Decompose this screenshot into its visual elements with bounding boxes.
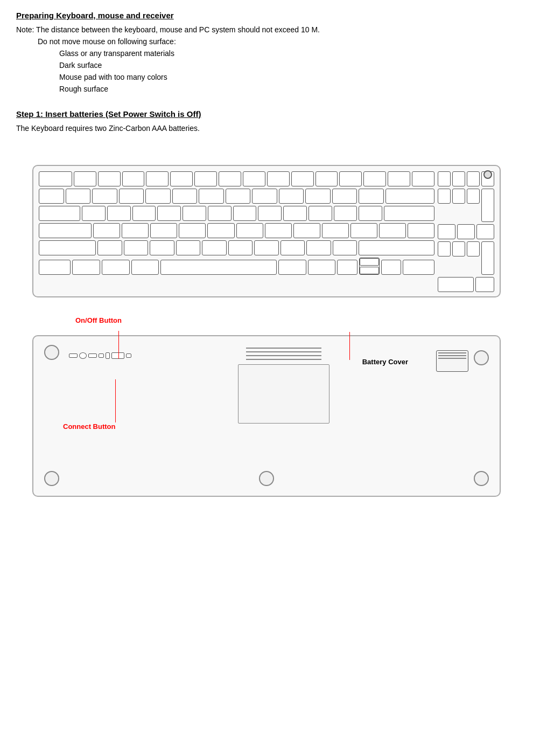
key-3 <box>119 189 144 204</box>
key-f1 <box>74 171 96 186</box>
key-r <box>157 206 181 221</box>
key-7 <box>226 189 251 204</box>
key-v <box>176 240 200 255</box>
key-scroll <box>388 171 410 186</box>
power-button-circle <box>483 170 492 179</box>
keyboard-main-area <box>39 171 434 292</box>
connect-arrow <box>115 379 116 422</box>
corner-circle-bottom-left <box>44 471 59 486</box>
button-small-2 <box>88 353 97 358</box>
key-b <box>202 240 226 255</box>
key-w <box>107 206 131 221</box>
key-quote <box>379 223 406 238</box>
key-num5 <box>457 224 475 239</box>
key-8 <box>252 189 277 204</box>
key-n <box>228 240 253 255</box>
line-3 <box>246 355 321 356</box>
keyboard-numpad <box>438 171 494 292</box>
key-f <box>179 223 206 238</box>
key-tab <box>39 206 80 221</box>
key-f12 <box>339 171 362 186</box>
key-backslash <box>408 223 434 238</box>
key-d <box>150 223 177 238</box>
key-backtick <box>39 189 64 204</box>
keyboard-top-diagram: PC Power Button (Optional item for Japan… <box>32 165 501 297</box>
key-p <box>308 206 332 221</box>
key-menu <box>308 260 336 275</box>
key-lbracket <box>334 206 357 221</box>
key-f2 <box>98 171 121 186</box>
key-backspace <box>385 189 434 204</box>
keyboard-row-1 <box>39 171 434 186</box>
keyboard-row-2 <box>39 189 434 204</box>
note-intro: Note: The distance between the keyboard,… <box>16 25 517 34</box>
key-shift-left <box>39 240 96 255</box>
key-6 <box>199 189 224 204</box>
key-k <box>293 223 320 238</box>
key-2 <box>92 189 117 204</box>
key-5 <box>172 189 198 204</box>
key-y <box>208 206 232 221</box>
key-minus <box>332 189 357 204</box>
key-f4 <box>146 171 169 186</box>
line-1 <box>246 348 321 349</box>
keyboard-row-4 <box>39 223 434 238</box>
corner-circle-top-right <box>474 350 489 365</box>
note-section: Note: The distance between the keyboard,… <box>16 25 517 93</box>
key-equals <box>359 189 384 204</box>
key-h <box>236 223 263 238</box>
key-num9 <box>467 189 480 204</box>
button-small-3 <box>99 353 104 358</box>
bullet-1: Glass or any transparent materials <box>59 49 517 58</box>
key-numlock <box>438 171 451 186</box>
key-alt-left <box>131 260 159 275</box>
key-s <box>122 223 149 238</box>
corner-circle-bottom-right <box>474 471 489 486</box>
key-f6 <box>194 171 217 186</box>
keyboard-main-wrap <box>39 171 494 292</box>
line-4 <box>246 359 321 360</box>
key-enter <box>384 206 434 221</box>
keyboard-body <box>32 165 501 297</box>
on-off-button-label: On/Off Button <box>75 316 122 324</box>
connect-switch <box>111 352 124 359</box>
corner-circle-top-left <box>44 345 59 360</box>
bottom-keyboard-body: Connect Button Battery Cover <box>32 335 501 497</box>
key-numdot <box>475 277 494 292</box>
key-f9 <box>267 171 290 186</box>
key-f5 <box>170 171 193 186</box>
step1-title: Step 1: Insert batteries (Set Power Swit… <box>16 109 517 119</box>
keyboard-bottom-diagram: On/Off Button Connect Button Battery Cov… <box>32 314 501 497</box>
key-win <box>102 260 130 275</box>
key-4 <box>145 189 171 204</box>
key-num6 <box>476 224 494 239</box>
numpad-row-2 <box>438 189 494 222</box>
key-alt-right <box>278 260 306 275</box>
key-pause <box>412 171 434 186</box>
key-num0 <box>438 277 474 292</box>
battery-cover-label: Battery Cover <box>362 358 408 366</box>
key-capslock <box>39 223 92 238</box>
connect-button-label: Connect Button <box>63 422 115 431</box>
key-u <box>233 206 257 221</box>
key-up-down <box>359 258 380 275</box>
key-comma <box>280 240 305 255</box>
key-1 <box>66 189 91 204</box>
key-e <box>132 206 156 221</box>
on-off-arrow <box>118 331 119 359</box>
on-off-switch <box>79 352 87 359</box>
key-a <box>93 223 120 238</box>
key-c <box>150 240 174 255</box>
key-o <box>283 206 307 221</box>
line-2 <box>246 351 321 352</box>
key-ctrl-left <box>39 260 71 275</box>
key-t <box>183 206 206 221</box>
keyboard-row-6 <box>39 258 434 275</box>
right-panel <box>436 350 468 372</box>
button-small-5 <box>126 353 131 358</box>
key-m <box>254 240 278 255</box>
bullet-4: Rough surface <box>59 85 517 93</box>
key-semicolon <box>350 223 377 238</box>
key-l <box>322 223 349 238</box>
keyboard-row-5 <box>39 240 434 255</box>
